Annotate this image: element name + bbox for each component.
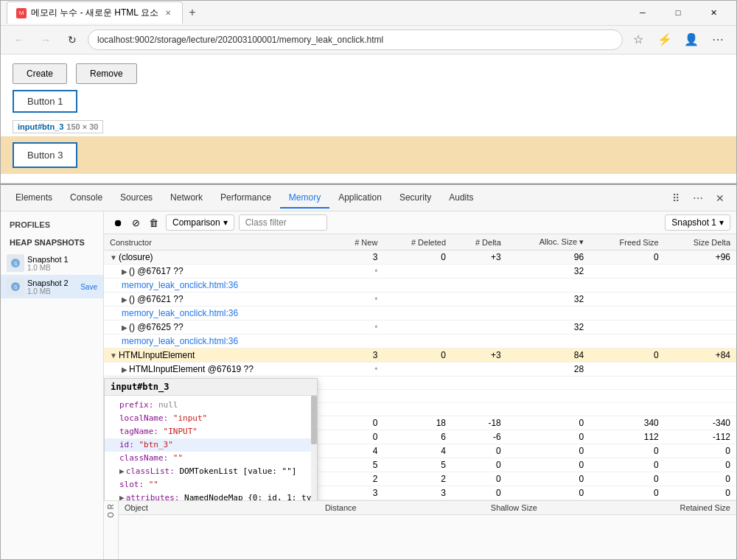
col-delta[interactable]: # Delta: [452, 234, 507, 251]
tab-console[interactable]: Console: [61, 188, 111, 209]
refresh-button[interactable]: ↻: [61, 29, 83, 51]
retainers-label: R: [107, 504, 115, 509]
url-bar[interactable]: localhost:9002/storage/lecture/202003100…: [88, 29, 623, 50]
tree-toggle[interactable]: ▼: [110, 351, 117, 360]
tab-performance[interactable]: Performance: [212, 188, 280, 209]
tab-title: 메모리 누수 - 새로운 HTML 요소: [31, 7, 158, 19]
tooltip-line-classlist[interactable]: ▶classList: DOMTokenList [value: ""]: [105, 465, 317, 478]
col-freed-size[interactable]: Freed Size: [590, 234, 665, 251]
bookmark-button[interactable]: ☆: [627, 29, 649, 51]
table-row[interactable]: memory_leak_onclick.html:36: [104, 279, 736, 293]
create-button[interactable]: Create: [13, 63, 67, 84]
trash-button[interactable]: 🗑: [145, 214, 161, 231]
snapshot-name-2: Snapshot 2: [27, 279, 77, 287]
new-tab-button[interactable]: +: [183, 3, 202, 22]
tree-toggle[interactable]: ▶: [122, 323, 128, 332]
extensions-button[interactable]: ⚡: [654, 29, 676, 51]
bottom-col-object[interactable]: Object: [119, 501, 228, 515]
tab-application[interactable]: Application: [329, 188, 391, 209]
class-filter-input[interactable]: [239, 214, 327, 231]
button3-row: Button 3: [1, 136, 736, 174]
tooltip-scrollbar[interactable]: [311, 396, 317, 500]
source-link[interactable]: memory_leak_onclick.html:36: [122, 336, 238, 346]
minimize-button[interactable]: ─: [626, 1, 660, 24]
col-deleted[interactable]: # Deleted: [383, 234, 452, 251]
devtools-close-button[interactable]: ✕: [710, 188, 730, 209]
table-row[interactable]: ▼(closure) 3 0 +3 96 0 +96: [104, 251, 736, 265]
bottom-col-shallow[interactable]: Shallow Size: [363, 501, 543, 515]
tab-close-button[interactable]: ✕: [163, 8, 173, 18]
tooltip-popup-content[interactable]: prefix: null localName: "input" tagName:…: [105, 396, 317, 500]
tab-security[interactable]: Security: [391, 188, 440, 209]
table-row[interactable]: memory_leak_onclick.html:36: [104, 307, 736, 321]
table-row[interactable]: memory_leak_onclick.html:36: [104, 335, 736, 349]
browser-frame: M 메모리 누수 - 새로운 HTML 요소 ✕ + ─ □ ✕ ← → ↻ l…: [0, 0, 737, 560]
tree-toggle[interactable]: ▼: [110, 253, 117, 262]
object-label: O: [107, 512, 115, 518]
memory-sidebar: Profiles HEAP SNAPSHOTS S Snapshot 1 1.0…: [1, 211, 104, 559]
tab-area: M 메모리 누수 - 새로운 HTML 요소 ✕ +: [7, 1, 626, 24]
tab-network[interactable]: Network: [161, 188, 212, 209]
inspect-icon[interactable]: ⠿: [666, 188, 686, 209]
col-constructor[interactable]: Constructor: [104, 234, 332, 251]
bottom-col-retained[interactable]: Retained Size: [543, 501, 736, 515]
comparison-label: Comparison: [172, 217, 220, 228]
col-size-delta[interactable]: Size Delta: [665, 234, 736, 251]
forward-button[interactable]: →: [35, 29, 57, 51]
devtools-tab-bar: Elements Console Sources Network Perform…: [1, 185, 736, 211]
remove-button[interactable]: Remove: [76, 63, 137, 84]
tooltip-val: "input": [173, 413, 207, 423]
snapshot-info-1: Snapshot 1 1.0 MB: [27, 255, 97, 272]
snapshot-icon-1: S: [7, 254, 24, 272]
tree-toggle[interactable]: ▶: [122, 365, 128, 374]
maximize-button[interactable]: □: [661, 1, 695, 24]
memory-main-area: ⏺ ⊘ 🗑 Comparison ▾ Snapshot 1 ▾: [104, 211, 736, 559]
tooltip-val: DOMTokenList [value: ""]: [179, 466, 296, 476]
back-button[interactable]: ←: [8, 29, 30, 51]
memory-table-container[interactable]: Constructor # New # Deleted # Delta Allo…: [104, 234, 736, 500]
tree-toggle[interactable]: ▶: [122, 267, 128, 276]
tooltip-key: id:: [119, 440, 139, 449]
devtools-panel: Elements Console Sources Network Perform…: [1, 183, 736, 559]
table-row[interactable]: ▶() @67625 ?? • 32: [104, 321, 736, 335]
tab-sources[interactable]: Sources: [111, 188, 161, 209]
bottom-col-distance[interactable]: Distance: [228, 501, 362, 515]
comparison-dropdown[interactable]: Comparison ▾: [166, 214, 234, 231]
memory-panel-body: Profiles HEAP SNAPSHOTS S Snapshot 1 1.0…: [1, 211, 736, 559]
active-tab[interactable]: M 메모리 누수 - 새로운 HTML 요소 ✕: [7, 1, 183, 24]
tooltip-key: tagName:: [119, 427, 164, 436]
source-link[interactable]: memory_leak_onclick.html:36: [122, 308, 238, 318]
toolbar-record-icons: ⏺ ⊘ 🗑: [110, 214, 161, 231]
object-tooltip-popup: input#btn_3 prefix: null localName: "inp…: [104, 378, 318, 500]
table-row[interactable]: ▶HTMLInputElement @67619 ?? • 28: [104, 363, 736, 377]
expand-icon[interactable]: ▶: [119, 466, 125, 476]
devtools-more-button[interactable]: ⋯: [688, 188, 708, 209]
save-snapshot-link[interactable]: Save: [80, 283, 97, 291]
snapshot-item-2[interactable]: S Snapshot 2 1.0 MB Save: [1, 275, 103, 298]
tooltip-val: "INPUT": [164, 427, 198, 436]
snapshot-item-1[interactable]: S Snapshot 1 1.0 MB: [1, 251, 103, 275]
browser-menu-button[interactable]: ⋯: [707, 29, 729, 51]
table-row[interactable]: ▼HTMLInputElement 3 0 +3 84 0 +84: [104, 349, 736, 363]
tooltip-size: 150 × 30: [66, 122, 98, 131]
tab-elements[interactable]: Elements: [7, 188, 61, 209]
snapshot-name-1: Snapshot 1: [27, 255, 97, 264]
tooltip-line-attributes[interactable]: ▶attributes: NamedNodeMap {0: id, 1: typ…: [105, 491, 317, 500]
tooltip-key: localName:: [119, 413, 173, 423]
table-row[interactable]: ▶() @67617 ?? • 32: [104, 265, 736, 279]
tab-memory[interactable]: Memory: [280, 188, 329, 209]
source-link[interactable]: memory_leak_onclick.html:36: [122, 280, 238, 290]
col-alloc-size[interactable]: Alloc. Size ▾: [507, 234, 590, 251]
memory-bottom-section: R O Object Distance Shallow Size Retaine…: [104, 500, 736, 559]
tree-toggle[interactable]: ▶: [122, 295, 128, 304]
tab-audits[interactable]: Audits: [440, 188, 482, 209]
record-button[interactable]: ⏺: [110, 214, 126, 231]
close-button[interactable]: ✕: [696, 1, 730, 24]
col-new[interactable]: # New: [332, 234, 383, 251]
profile-avatar[interactable]: 👤: [680, 29, 702, 51]
snapshot-select-dropdown[interactable]: Snapshot 1 ▾: [665, 214, 730, 231]
expand-icon[interactable]: ▶: [119, 493, 125, 500]
snapshot-size-1: 1.0 MB: [27, 264, 97, 272]
table-row[interactable]: ▶() @67621 ?? • 32: [104, 293, 736, 307]
clear-button[interactable]: ⊘: [128, 214, 144, 231]
